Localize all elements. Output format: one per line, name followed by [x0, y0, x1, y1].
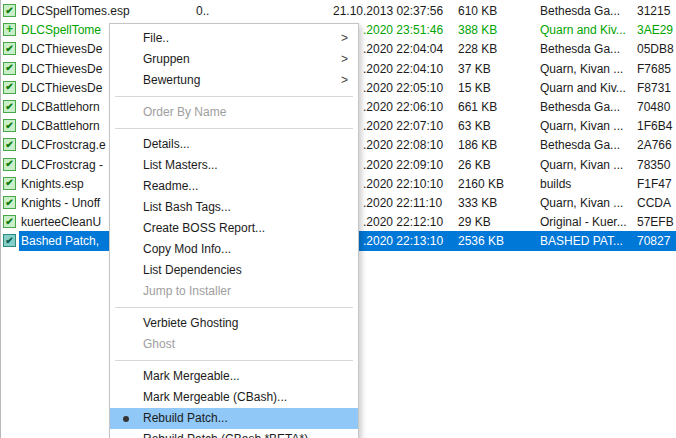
- menu-item-label: Gruppen: [143, 52, 190, 66]
- radio-bullet-icon: [123, 416, 129, 422]
- menu-item-ghost: Ghost: [110, 334, 358, 355]
- date-cell: .2020 22:11:10: [363, 196, 442, 210]
- menu-item-label: Create BOSS Report...: [143, 221, 265, 235]
- check-icon: ✔: [5, 159, 13, 169]
- menu-item-readme[interactable]: Readme...: [110, 176, 358, 197]
- author-cell: Bethesda Ga...: [540, 138, 620, 152]
- crc-cell: F7685: [637, 62, 671, 76]
- mod-checkbox[interactable]: +: [3, 23, 16, 36]
- author-cell: Bethesda Ga...: [540, 4, 620, 18]
- author-cell: Bethesda Ga...: [540, 42, 620, 56]
- menu-item-label: Rebuild Patch (CBash *BETA*)...: [143, 432, 318, 438]
- menu-separator: [115, 128, 353, 129]
- size-cell: 63 KB: [458, 119, 491, 133]
- author-cell: Quarn, Kivan ...: [540, 119, 623, 133]
- mod-name-cell: DLCBattlehorn: [21, 100, 100, 114]
- mod-name-cell: DLCThievesDe: [21, 42, 102, 56]
- menu-item-list-bash-tags[interactable]: List Bash Tags...: [110, 197, 358, 218]
- mod-checkbox[interactable]: ✔: [3, 119, 16, 132]
- menu-item-list-dependencies[interactable]: List Dependencies: [110, 260, 358, 281]
- check-icon: ✔: [5, 82, 13, 92]
- menu-item-label: Details...: [143, 137, 190, 151]
- crc-cell: 2A766: [637, 138, 672, 152]
- mod-name-cell: DLCThievesDe: [21, 62, 102, 76]
- mod-name-cell: Knights - Unoff: [21, 196, 100, 210]
- check-icon: ✔: [5, 44, 13, 54]
- menu-item-copy-mod-info[interactable]: Copy Mod Info...: [110, 239, 358, 260]
- check-icon: ✔: [5, 102, 13, 112]
- mod-name-cell: Knights.esp: [21, 177, 84, 191]
- menu-separator: [115, 96, 353, 97]
- author-cell: Original - Kuer...: [540, 215, 627, 229]
- author-cell: Quarn and Kiv...: [540, 81, 626, 95]
- mod-checkbox[interactable]: ✔: [3, 138, 16, 151]
- crc-cell: F1F47: [637, 177, 672, 191]
- mod-name-cell: DLCSpellTome: [21, 23, 101, 37]
- size-cell: 37 KB: [458, 62, 491, 76]
- mod-checkbox[interactable]: ✔: [3, 81, 16, 94]
- menu-item-list-masters[interactable]: List Masters...: [110, 155, 358, 176]
- mod-name-cell: DLCFrostcrag -: [21, 158, 103, 172]
- mod-checkbox[interactable]: ✔: [3, 62, 16, 75]
- check-icon: ✔: [5, 63, 13, 73]
- menu-item-label: File..: [143, 31, 169, 45]
- mod-checkbox[interactable]: ✔: [3, 196, 16, 209]
- menu-item-file[interactable]: File..>: [110, 28, 358, 49]
- date-cell: .2020 22:04:10: [363, 62, 443, 76]
- date-cell: .2020 22:08:10: [363, 138, 443, 152]
- mod-name-cell: DLCFrostcrag.e: [21, 138, 106, 152]
- menu-item-label: Readme...: [143, 179, 198, 193]
- menu-item-label: Copy Mod Info...: [143, 242, 231, 256]
- mod-checkbox[interactable]: ✔: [3, 177, 16, 190]
- mod-name-cell: DLCThievesDe: [21, 81, 102, 95]
- date-cell: .2020 22:12:10: [363, 215, 443, 229]
- crc-cell: CCDA: [637, 196, 671, 210]
- size-cell: 333 KB: [458, 196, 497, 210]
- menu-item-label: Mark Mergeable...: [143, 369, 240, 383]
- context-menu: File..>Gruppen>Bewertung>Order By NameDe…: [109, 23, 359, 438]
- menu-item-mark-mergeable-cbash[interactable]: Mark Mergeable (CBash)...: [110, 387, 358, 408]
- menu-item-jump-to-installer: Jump to Installer: [110, 281, 358, 302]
- menu-item-label: Bewertung: [143, 73, 200, 87]
- menu-item-gruppen[interactable]: Gruppen>: [110, 49, 358, 70]
- size-cell: 26 KB: [458, 158, 491, 172]
- crc-cell: 31215: [637, 4, 670, 18]
- crc-cell: 78350: [637, 158, 670, 172]
- menu-item-details[interactable]: Details...: [110, 134, 358, 155]
- crc-cell: 05DB8: [637, 42, 674, 56]
- menu-item-bewertung[interactable]: Bewertung>: [110, 70, 358, 91]
- mod-checkbox[interactable]: ✔: [3, 100, 16, 113]
- mod-checkbox[interactable]: ✔: [3, 158, 16, 171]
- date-cell: .2020 22:09:10: [363, 158, 443, 172]
- mod-checkbox[interactable]: ✔: [3, 234, 16, 247]
- date-cell: .2020 22:10:10: [363, 177, 443, 191]
- crc-cell: 3AE29: [637, 23, 673, 37]
- menu-item-mark-mergeable[interactable]: Mark Mergeable...: [110, 366, 358, 387]
- check-icon: ✔: [5, 6, 13, 16]
- mod-list-panel: ✔ DLCSpellTomes.esp 610 KB Bethesda Ga..…: [0, 0, 676, 438]
- menu-item-label: Jump to Installer: [143, 284, 231, 298]
- menu-item-label: Mark Mergeable (CBash)...: [143, 390, 287, 404]
- mod-checkbox[interactable]: ✔: [3, 42, 16, 55]
- menu-item-verbiete-ghosting[interactable]: Verbiete Ghosting: [110, 313, 358, 334]
- menu-item-rebuild-patch[interactable]: Rebuild Patch...: [110, 408, 358, 429]
- crc-cell: 57EFB: [637, 215, 674, 229]
- mod-row[interactable]: ✔ DLCSpellTomes.esp 610 KB Bethesda Ga..…: [0, 1, 676, 20]
- date-cell: .2020 23:51:46: [363, 23, 443, 37]
- menu-item-create-boss-report[interactable]: Create BOSS Report...: [110, 218, 358, 239]
- mod-name-cell: Bashed Patch,: [21, 234, 99, 248]
- menu-item-label: List Dependencies: [143, 263, 242, 277]
- size-cell: 661 KB: [458, 100, 497, 114]
- date-cell: .2020 22:13:10: [363, 234, 443, 248]
- menu-separator: [115, 360, 353, 361]
- mod-checkbox[interactable]: ✔: [3, 4, 16, 17]
- date-cell: .2020 22:05:10: [363, 81, 443, 95]
- check-icon: ✔: [5, 217, 13, 227]
- date-cell: 21.10.2013 02:37:56: [333, 4, 443, 18]
- mod-name-cell: DLCBattlehorn: [21, 119, 100, 133]
- menu-item-rebuild-patch-cbash[interactable]: Rebuild Patch (CBash *BETA*)...: [110, 429, 358, 438]
- author-cell: Quarn, Kivan ...: [540, 158, 623, 172]
- mod-name-cell: DLCSpellTomes.esp: [21, 4, 130, 18]
- menu-item-label: Rebuild Patch...: [143, 411, 228, 425]
- mod-checkbox[interactable]: ✔: [3, 215, 16, 228]
